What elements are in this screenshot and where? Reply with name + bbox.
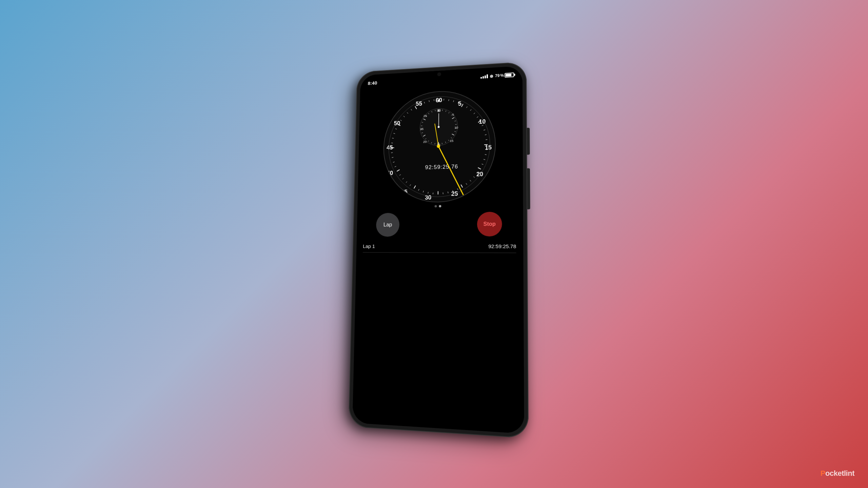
svg-line-46 (485, 155, 487, 155)
svg-text:5: 5 (452, 113, 454, 116)
svg-line-51 (473, 177, 475, 178)
svg-line-58 (443, 192, 443, 194)
svg-line-48 (482, 164, 484, 165)
svg-line-55 (457, 188, 458, 190)
signal-icon (480, 74, 488, 79)
clock-face-wrapper: 60 5 10 15 20 25 30 35 40 45 50 55 (382, 88, 496, 203)
battery-box (505, 73, 514, 78)
svg-line-78 (395, 128, 397, 129)
svg-line-45 (486, 149, 487, 150)
svg-line-83 (411, 109, 412, 110)
svg-line-73 (391, 152, 393, 153)
svg-line-61 (428, 192, 428, 194)
svg-line-40 (482, 125, 484, 126)
svg-text:25: 25 (423, 114, 427, 118)
svg-text:30: 30 (425, 194, 432, 201)
clock-svg: 60 5 10 15 20 25 30 35 40 45 50 55 (383, 89, 495, 202)
stopwatch-app: 60 5 10 15 20 25 30 35 40 45 50 55 (352, 80, 524, 434)
svg-line-65 (410, 184, 411, 186)
svg-line-42 (485, 135, 487, 135)
svg-line-77 (394, 133, 395, 134)
svg-line-67 (402, 178, 404, 179)
lap-list: Lap 1 92:59:25.78 (356, 236, 523, 253)
battery-percent: 79 (495, 73, 499, 78)
svg-line-34 (461, 104, 463, 107)
svg-line-25 (438, 145, 463, 195)
svg-line-81 (403, 116, 405, 117)
controls-row: Lap Stop (357, 211, 523, 237)
svg-line-64 (414, 186, 416, 188)
watermark-rest: ocketlint (825, 469, 854, 477)
watermark-dot-p: P (821, 469, 825, 477)
svg-text:40: 40 (387, 170, 393, 177)
page-indicator (435, 205, 441, 207)
svg-line-36 (470, 109, 471, 111)
status-icons: ⊛ 79 % (480, 72, 514, 79)
svg-text:10: 10 (454, 126, 458, 129)
svg-line-68 (399, 175, 401, 176)
svg-line-87 (429, 100, 429, 102)
svg-line-32 (453, 100, 454, 102)
svg-line-57 (448, 191, 448, 193)
svg-line-66 (406, 182, 407, 183)
battery-percent-sign: % (500, 73, 504, 78)
svg-text:20: 20 (423, 140, 427, 143)
phone-case: 8:40 ⊛ 79 % (348, 62, 529, 439)
svg-text:15: 15 (485, 144, 492, 151)
svg-text:5: 5 (458, 100, 461, 107)
battery-indicator: 79 % (495, 73, 514, 78)
svg-line-49 (478, 167, 481, 169)
lap-label: Lap 1 (363, 243, 375, 249)
svg-line-60 (433, 193, 433, 195)
svg-line-72 (392, 157, 394, 158)
svg-line-43 (486, 140, 487, 140)
clock-face: 60 5 10 15 20 25 30 35 40 45 50 55 (382, 88, 496, 203)
svg-line-37 (474, 113, 475, 114)
svg-line-62 (423, 191, 424, 192)
svg-line-75 (391, 143, 393, 143)
battery-fill (506, 74, 511, 77)
svg-text:25: 25 (420, 127, 424, 131)
status-time: 8:40 (368, 80, 377, 86)
svg-text:15: 15 (450, 139, 454, 142)
svg-line-38 (477, 117, 478, 118)
svg-text:45: 45 (387, 144, 393, 151)
wifi-icon: ⊛ (490, 74, 493, 79)
watermark: Pocketlint (821, 469, 854, 478)
svg-line-70 (395, 166, 396, 167)
svg-text:35: 35 (401, 189, 408, 196)
phone-screen: 8:40 ⊛ 79 % (352, 66, 524, 434)
phone-device: 8:40 ⊛ 79 % (348, 62, 529, 439)
svg-line-86 (424, 102, 425, 104)
svg-line-80 (400, 120, 402, 121)
svg-line-52 (470, 180, 471, 181)
svg-line-35 (466, 106, 467, 108)
svg-line-69 (397, 170, 399, 171)
svg-line-31 (449, 99, 449, 101)
svg-line-63 (418, 189, 419, 190)
lap-button[interactable]: Lap (376, 213, 400, 237)
lap-item: Lap 1 92:59:25.78 (363, 240, 516, 253)
svg-line-53 (466, 183, 467, 185)
svg-text:55: 55 (416, 100, 422, 107)
lap-time: 92:59:25.78 (488, 243, 516, 249)
svg-line-30 (444, 99, 444, 101)
svg-text:92:59:25.76: 92:59:25.76 (425, 163, 458, 170)
svg-line-54 (461, 185, 462, 188)
page-dot-1 (435, 205, 437, 207)
svg-line-76 (392, 138, 394, 138)
stop-button[interactable]: Stop (477, 212, 502, 237)
svg-line-47 (484, 159, 485, 160)
svg-line-71 (393, 162, 394, 163)
svg-line-97 (455, 128, 457, 128)
page-dot-2 (439, 205, 441, 207)
svg-line-88 (434, 99, 434, 101)
svg-line-112 (421, 126, 422, 126)
svg-line-82 (407, 113, 408, 114)
svg-line-41 (484, 130, 485, 130)
